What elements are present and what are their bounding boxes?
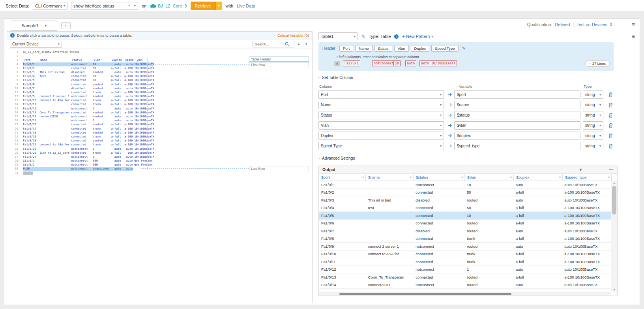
chevron-down-icon[interactable]: ▾ bbox=[132, 4, 138, 8]
table-row[interactable]: Fa1/0/7disabledroutedautoauto 10/100Base… bbox=[319, 227, 611, 235]
device-chip[interactable]: BJ_L2_Core_3 bbox=[150, 4, 187, 8]
column-select[interactable]: Duplex ▾ bbox=[318, 132, 444, 140]
code-line[interactable]: 24 Fa1/0/21 connect to ASA for connected… bbox=[7, 143, 235, 147]
table-row[interactable]: Fa1/0/6connectedrouteda-fulla-100 10/100… bbox=[319, 220, 611, 228]
vertical-scrollbar[interactable]: ▲ ▼ bbox=[611, 181, 617, 292]
chevron-down-icon[interactable]: ▾ bbox=[608, 175, 610, 179]
find-previous-button[interactable]: ▲ bbox=[296, 41, 302, 47]
edit-header-icon[interactable]: ✎ bbox=[462, 46, 466, 51]
code-line[interactable]: 27 Fa1/0/24 notconnect 1 auto auto 10/10… bbox=[7, 155, 235, 159]
chevron-down-icon[interactable]: ▾ bbox=[461, 175, 463, 179]
search-box[interactable] bbox=[253, 41, 294, 47]
line-text[interactable]: Fa1/0/13 Conn_To_Transparen connected ro… bbox=[23, 111, 154, 115]
table-row[interactable]: Fa1/0/10connect to ASA forconnectedtrunk… bbox=[319, 251, 611, 258]
table-row[interactable]: Fa1/0/1notconnect10autoauto 10/100BaseTX bbox=[319, 181, 611, 189]
output-column-header[interactable]: $name ▾ bbox=[366, 174, 414, 181]
horizontal-scrollbar[interactable] bbox=[319, 292, 611, 296]
data-type-select[interactable]: CLI Command ▾ bbox=[33, 2, 67, 10]
table-row[interactable]: Fa1/0/14connect2IOUnotconnectroutedautoa… bbox=[319, 281, 611, 289]
column-select[interactable]: Port ▾ bbox=[318, 90, 444, 99]
chevron-down-icon[interactable]: ▾ bbox=[559, 175, 561, 179]
type-select[interactable]: string ▾ bbox=[583, 111, 603, 119]
pattern-select[interactable]: Table1 ▾ bbox=[318, 32, 358, 40]
line-text[interactable]: Fa1/0/18 connected routed a-full a-100 1… bbox=[23, 131, 154, 135]
code-line[interactable]: 9 Fa1/0/6 connected routed a-full a-100 … bbox=[7, 83, 235, 87]
expand-lines-button[interactable]: › 27 Lines bbox=[585, 60, 610, 67]
line-text[interactable]: Fa1/0/11 connected trunk a-full a-100 10… bbox=[23, 102, 154, 106]
clear-icon[interactable]: × bbox=[127, 4, 132, 8]
line-text[interactable]: Fa1/0/7 disabled routed auto auto 10/100… bbox=[23, 87, 154, 90]
line-text[interactable]: Fa1/0/12 notconnect 1 auto auto 10/100Ba… bbox=[23, 107, 154, 111]
line-text[interactable]: Fa1/0/4 test connected 50 a-full a-100 1… bbox=[23, 74, 154, 78]
delete-column-icon[interactable] bbox=[608, 92, 613, 98]
pattern-cell[interactable]: Fa1/0/1 bbox=[343, 60, 360, 66]
line-text[interactable]: Fa1/0/8 connected trunk a-full a-100 10/… bbox=[23, 90, 154, 94]
code-line[interactable]: 21 Fa1/0/18 connected routed a-full a-10… bbox=[7, 131, 235, 135]
live-data-link[interactable]: Live Data bbox=[237, 4, 255, 8]
header-cell[interactable]: Status bbox=[374, 45, 392, 52]
code-line[interactable]: 23 Fa1/0/20 connected routed a-full a-10… bbox=[7, 139, 235, 143]
line-text[interactable]: Fa1/0/21 connect to ASA for connected tr… bbox=[23, 143, 154, 147]
code-line[interactable]: 18 Fa1/0/15 notconnect 1 auto auto 10/10… bbox=[7, 119, 235, 122]
header-cell[interactable]: Speed Type bbox=[431, 45, 459, 52]
code-line[interactable]: 8 Fa1/0/5 connected 10 a-full a-100 10/1… bbox=[7, 78, 235, 82]
retrieve-button[interactable]: Retrieve ▼ bbox=[191, 2, 222, 10]
chevron-down-icon[interactable]: ▾ bbox=[410, 175, 412, 179]
line-text[interactable]: Fa1/0/2 connected 50 a-full a-100 10/100… bbox=[23, 66, 154, 70]
header-cell[interactable]: Vlan bbox=[394, 45, 409, 52]
menu-icon[interactable]: ≡ bbox=[632, 21, 635, 27]
type-select[interactable]: string ▾ bbox=[583, 142, 603, 150]
variable-input[interactable] bbox=[454, 111, 580, 119]
new-pattern-button[interactable]: + New Pattern ▾ bbox=[402, 34, 433, 39]
tab-sample1[interactable]: Sample1 ▾ bbox=[11, 21, 57, 31]
table-row[interactable]: Fa1/0/13Conn_To_Transparenconnectedroute… bbox=[319, 273, 611, 281]
chevron-down-icon[interactable]: ▾ bbox=[362, 175, 364, 179]
line-text[interactable]: Fa1/0/3 This int is bad disabled routed … bbox=[23, 70, 154, 74]
line-text[interactable]: Fa1/0/9 connect 2 server 1 notconnect ro… bbox=[23, 94, 154, 98]
type-select[interactable]: string ▾ bbox=[583, 121, 603, 130]
variable-input[interactable] bbox=[454, 101, 580, 109]
advanced-settings-header[interactable]: › Advanced Settings bbox=[318, 156, 355, 160]
scrollbar-thumb[interactable] bbox=[612, 186, 616, 215]
retrieve-dropdown[interactable]: ▼ bbox=[215, 2, 222, 10]
delete-column-icon[interactable] bbox=[608, 123, 613, 129]
code-area[interactable]: 1 BJ_L2_Core_3>show interface status 2 3… bbox=[7, 49, 235, 303]
variable-input[interactable] bbox=[454, 132, 580, 140]
column-select[interactable]: Status ▾ bbox=[318, 111, 444, 119]
test-on-devices-link[interactable]: Test on Devices: 0 bbox=[577, 22, 612, 27]
line-text[interactable]: Fa1/0/19 connected trunk a-full a-100 10… bbox=[23, 135, 154, 139]
scroll-down-arrow[interactable]: ▼ bbox=[611, 287, 617, 292]
pattern-cell[interactable]: notconnect bbox=[372, 60, 395, 66]
table-row[interactable]: Fa1/0/5connected10a-fulla-100 10/100Base… bbox=[319, 212, 611, 220]
set-table-column-header[interactable]: › Set Table Column bbox=[318, 75, 353, 80]
code-line[interactable]: 6 Fa1/0/3 This int is bad disabled route… bbox=[7, 70, 235, 74]
code-line[interactable]: 19 Fa1/0/16 connected routed a-full a-10… bbox=[7, 122, 235, 126]
line-text[interactable]: Fa1/0/14 connect2IOU notconnect routed a… bbox=[23, 115, 154, 119]
table-header-annotation[interactable]: Table Header bbox=[249, 57, 309, 62]
line-text[interactable]: Fa1/0/23 link to BJ_L2_Core connected tr… bbox=[23, 151, 154, 155]
delete-column-icon[interactable] bbox=[608, 113, 613, 119]
line-text[interactable]: Fa1/0/1 notconnect 10 auto auto 10/100Ba… bbox=[23, 62, 154, 66]
scroll-up-arrow[interactable]: ▲ bbox=[611, 181, 617, 186]
qualification-link[interactable]: Defined bbox=[555, 22, 570, 27]
code-line[interactable]: 14 Fa1/0/11 connected trunk a-full a-100… bbox=[7, 102, 235, 106]
add-sample-button[interactable]: + bbox=[61, 22, 71, 29]
table-row[interactable]: Fa1/0/8connectedtrunka-fulla-100 10/100B… bbox=[319, 235, 611, 243]
delete-column-icon[interactable] bbox=[608, 133, 613, 139]
minimize-icon[interactable]: — bbox=[609, 166, 613, 171]
code-line[interactable]: 16 Fa1/0/13 Conn_To_Transparen connected… bbox=[7, 111, 235, 115]
output-column-header[interactable]: $speed_type ▾ bbox=[563, 174, 612, 181]
line-text[interactable]: Fa1/0/20 connected routed a-full a-100 1… bbox=[23, 139, 154, 143]
type-select[interactable]: string ▾ bbox=[583, 90, 603, 99]
line-text[interactable]: Fa1/0/22 notconnect 1 auto auto 10/100Ba… bbox=[23, 147, 154, 151]
type-select[interactable]: string ▾ bbox=[583, 101, 603, 109]
device-scope-select[interactable]: Current Device ▾ bbox=[10, 41, 62, 48]
code-line[interactable]: 31 bbox=[7, 171, 235, 175]
table-row[interactable]: Fa1/0/12notconnect1autoauto 10/100BaseTX bbox=[319, 266, 611, 274]
line-text[interactable] bbox=[23, 171, 33, 175]
output-column-header[interactable]: $status ▾ bbox=[414, 174, 465, 181]
line-text[interactable]: Fa1/0/15 notconnect 1 auto auto 10/100Ba… bbox=[23, 119, 154, 122]
code-line[interactable]: 12 Fa1/0/9 connect 2 server 1 notconnect… bbox=[7, 94, 235, 98]
first-row-annotation[interactable]: First Row bbox=[249, 62, 309, 67]
code-line[interactable]: 15 Fa1/0/12 notconnect 1 auto auto 10/10… bbox=[7, 107, 235, 111]
